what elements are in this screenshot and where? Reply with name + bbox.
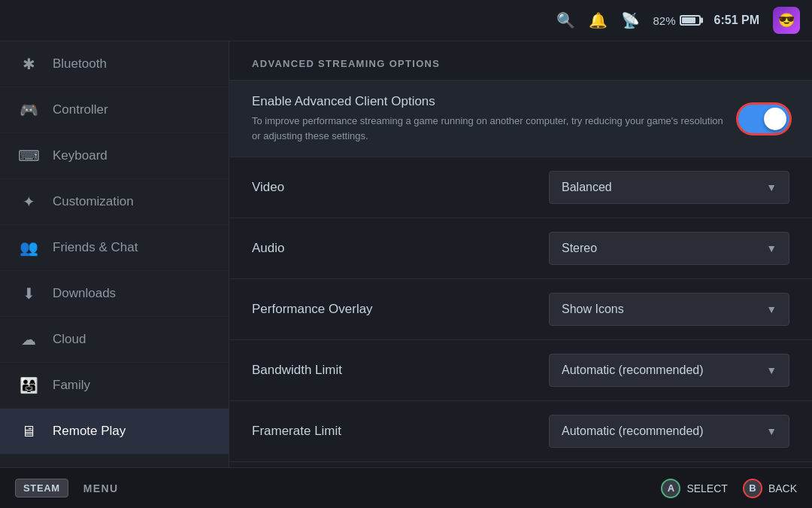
sidebar-item-remote-play[interactable]: 🖥 Remote Play <box>0 409 229 455</box>
menu-label: MENU <box>83 482 119 494</box>
framerate-limit-label: Framerate Limit <box>252 424 341 439</box>
audio-label: Audio <box>252 241 284 256</box>
back-label: BACK <box>768 482 797 494</box>
main-layout: ✱ Bluetooth 🎮 Controller ⌨ Keyboard ✦ Cu… <box>0 41 812 467</box>
sidebar: ✱ Bluetooth 🎮 Controller ⌨ Keyboard ✦ Cu… <box>0 41 229 467</box>
notification-icon[interactable]: 🔔 <box>589 11 607 29</box>
downloads-icon: ⬇ <box>18 283 39 304</box>
bandwidth-limit-value: Automatic (recommended) <box>562 364 704 377</box>
video-value: Balanced <box>562 181 612 194</box>
audio-dropdown-arrow: ▼ <box>766 242 777 254</box>
remote-play-icon: 🖥 <box>18 421 39 442</box>
content-area: ADVANCED STREAMING OPTIONS Enable Advanc… <box>229 41 812 467</box>
enable-advanced-title: Enable Advanced Client Options <box>252 94 723 109</box>
enable-advanced-toggle[interactable] <box>738 105 789 133</box>
enable-advanced-description: To improve performance streaming a game … <box>252 114 723 143</box>
friends-icon: 👥 <box>18 237 39 258</box>
bandwidth-limit-dropdown[interactable]: Automatic (recommended) ▼ <box>549 354 789 387</box>
battery-icon <box>680 15 701 26</box>
audio-setting-row: Audio Stereo ▼ <box>229 218 812 279</box>
framerate-limit-dropdown-arrow: ▼ <box>766 425 777 437</box>
sidebar-item-cloud[interactable]: ☁ Cloud <box>0 317 229 363</box>
family-icon: 👨‍👩‍👧 <box>18 375 39 396</box>
performance-overlay-dropdown-arrow: ▼ <box>766 303 777 315</box>
sidebar-item-controller[interactable]: 🎮 Controller <box>0 87 229 133</box>
framerate-limit-value: Automatic (recommended) <box>562 424 704 438</box>
performance-overlay-setting-row: Performance Overlay Show Icons ▼ <box>229 279 812 340</box>
search-icon[interactable]: 🔍 <box>556 11 575 29</box>
sidebar-item-friends-chat[interactable]: 👥 Friends & Chat <box>0 225 229 271</box>
video-dropdown[interactable]: Balanced ▼ <box>549 171 789 204</box>
bottombar: STEAM MENU A SELECT B BACK <box>0 467 812 508</box>
framerate-limit-setting-row: Framerate Limit Automatic (recommended) … <box>229 401 812 462</box>
enable-advanced-toggle-wrapper <box>738 105 789 133</box>
battery-percent: 82% <box>653 14 676 27</box>
cloud-icon: ☁ <box>18 329 39 350</box>
sidebar-item-customization[interactable]: ✦ Customization <box>0 179 229 225</box>
audio-dropdown[interactable]: Stereo ▼ <box>549 232 789 265</box>
enable-advanced-row: Enable Advanced Client Options To improv… <box>229 80 812 157</box>
section-title: ADVANCED STREAMING OPTIONS <box>229 41 812 80</box>
avatar[interactable]: 😎 <box>773 7 800 34</box>
sidebar-item-bluetooth[interactable]: ✱ Bluetooth <box>0 41 229 87</box>
sidebar-item-downloads[interactable]: ⬇ Downloads <box>0 271 229 317</box>
topbar: 🔍 🔔 📡 82% 6:51 PM 😎 <box>0 0 812 41</box>
a-button[interactable]: A <box>661 479 680 498</box>
sidebar-item-family[interactable]: 👨‍👩‍👧 Family <box>0 363 229 409</box>
framerate-limit-dropdown[interactable]: Automatic (recommended) ▼ <box>549 415 789 448</box>
video-setting-row: Video Balanced ▼ <box>229 157 812 218</box>
bluetooth-icon: ✱ <box>18 53 39 75</box>
select-action: A SELECT <box>661 479 727 498</box>
video-label: Video <box>252 180 284 195</box>
controller-icon: 🎮 <box>18 99 39 120</box>
sidebar-item-keyboard[interactable]: ⌨ Keyboard <box>0 133 229 179</box>
clock: 6:51 PM <box>714 14 759 27</box>
sidebar-item-storage[interactable]: 💾 Storage <box>0 455 229 467</box>
video-dropdown-arrow: ▼ <box>766 181 777 193</box>
bandwidth-limit-dropdown-arrow: ▼ <box>766 364 777 376</box>
performance-overlay-dropdown[interactable]: Show Icons ▼ <box>549 293 789 326</box>
broadcast-icon[interactable]: 📡 <box>621 11 640 29</box>
customization-icon: ✦ <box>18 191 39 212</box>
bandwidth-limit-label: Bandwidth Limit <box>252 363 342 378</box>
b-button[interactable]: B <box>743 479 762 498</box>
performance-overlay-value: Show Icons <box>562 303 624 316</box>
keyboard-icon: ⌨ <box>18 145 39 166</box>
audio-value: Stereo <box>562 242 597 255</box>
toggle-knob <box>764 108 786 130</box>
enable-advanced-text: Enable Advanced Client Options To improv… <box>252 94 723 143</box>
back-action: B BACK <box>743 479 797 498</box>
battery-indicator: 82% <box>653 14 701 27</box>
performance-overlay-label: Performance Overlay <box>252 302 373 317</box>
select-label: SELECT <box>686 482 727 494</box>
steam-button[interactable]: STEAM <box>15 479 68 497</box>
bandwidth-limit-setting-row: Bandwidth Limit Automatic (recommended) … <box>229 340 812 401</box>
